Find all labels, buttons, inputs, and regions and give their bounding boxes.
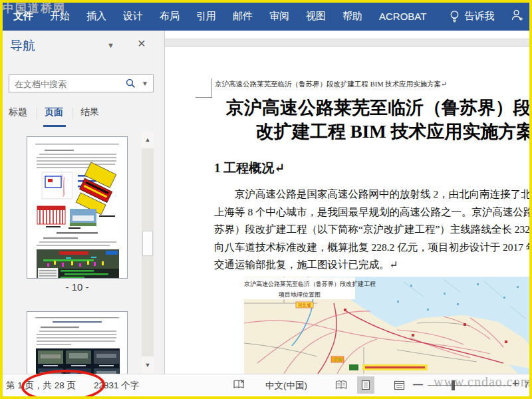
ribbon-tab-design[interactable]: 设计 [123, 10, 143, 23]
page-10-preview [27, 137, 127, 278]
read-mode-button[interactable] [332, 376, 350, 394]
margin-corner-mark [196, 78, 212, 98]
page-thumbnail-11[interactable] [27, 311, 128, 374]
zoom-out-button[interactable]: — [413, 378, 423, 390]
body-line: 向八车道技术标准改建，概算批复 228.2 亿元，项目初步设计于 2017 年 … [214, 239, 529, 257]
map-tag-city-text: 济南 [333, 357, 342, 362]
nav-tab-results[interactable]: 结果 [80, 106, 99, 118]
body-paragraph: 京沪高速公路是国家高速公路网中的放射线 2，由北向南连接了北京、天津、 上海等 … [214, 186, 529, 274]
web-layout-icon [394, 380, 405, 390]
tab-separator [37, 108, 37, 119]
map-caption-line2: 项目地理位置图 [244, 291, 355, 299]
page-thumbnail-10[interactable] [27, 136, 128, 279]
section-heading: 1 工程概况↵ [214, 160, 285, 177]
page-number-indicator[interactable]: 第 1 页，共 28 页 [6, 380, 76, 392]
map-tag-province-text: 河北省 [298, 303, 311, 308]
proofing-error-icon[interactable] [233, 379, 245, 392]
ribbon-tab-help[interactable]: 帮助 [342, 10, 362, 23]
search-icon[interactable] [126, 78, 136, 91]
ribbon-tab-acrobat[interactable]: ACROBAT [379, 11, 426, 22]
ribbon-tab-mailings[interactable]: 邮件 [233, 10, 253, 23]
tab-separator [72, 108, 73, 119]
ribbon-tab-references[interactable]: 引用 [196, 10, 216, 23]
thumbnail-page-number: - 10 - [27, 281, 128, 293]
document-title-line1: 京沪高速公路莱芜至临沂（鲁苏界）段 [226, 96, 529, 120]
word-count-indicator[interactable]: 22831 个字 [94, 380, 139, 392]
web-layout-button[interactable] [390, 376, 408, 394]
print-layout-button[interactable] [357, 376, 374, 394]
nav-tab-headings[interactable]: 标题 [9, 106, 27, 118]
ribbon-tab-view[interactable]: 视图 [306, 10, 326, 23]
navigation-pane: 导航 ▼ × ▼ 标题 页面 结果 [2, 31, 165, 374]
navigation-scrollbar[interactable]: ▲ ▼ [142, 131, 154, 374]
body-line: 交通运输部批复，施工图设计已完成。↵ [214, 256, 529, 274]
nav-tab-pages[interactable]: 页面 [45, 106, 63, 118]
print-layout-icon [360, 380, 371, 390]
navigation-pane-title: 导航 [10, 37, 35, 55]
scrollbar-thumb[interactable] [142, 231, 153, 256]
scroll-up-arrow[interactable]: ▲ [142, 131, 154, 148]
body-line: 上海等 8 个中心城市，是我国最早规划的高速公路之一。京沪高速公路莱芜至临 [214, 203, 529, 221]
read-mode-icon [335, 380, 347, 390]
language-indicator[interactable]: 中文(中国) [265, 380, 307, 392]
map-caption-box: 京沪高速公路莱芜至临沂（鲁苏界）段改扩建工程 项目地理位置图 [244, 277, 355, 299]
watermark-bottom-right: www.cndao.com [434, 374, 531, 390]
active-tab-underline [43, 125, 66, 127]
tell-me-label: 告诉我 [464, 10, 494, 23]
ribbon-tab-insert[interactable]: 插入 [86, 10, 106, 23]
map-caption-line1: 京沪高速公路莱芜至临沂（鲁苏界）段改扩建工程 [244, 280, 355, 289]
lightbulb-icon [450, 10, 460, 23]
ribbon-tab-review[interactable]: 审阅 [269, 10, 289, 23]
body-line: 苏界）段改扩建工程（以下简称“京沪改扩建工程”）主线路线全长 232.39 公里 [214, 221, 529, 239]
document-title-line2: 改扩建工程 BIM 技术应用实施方案 [256, 120, 529, 144]
search-input[interactable] [13, 76, 122, 92]
page-11-preview [27, 312, 127, 374]
navigation-pane-close-button[interactable]: × [138, 36, 146, 51]
ribbon-tab-layout[interactable]: 布局 [160, 10, 180, 23]
body-line: 京沪高速公路是国家高速公路网中的放射线 2，由北向南连接了北京、天津、 [214, 186, 529, 203]
watermark-top-left: 中国道桥网 [3, 1, 66, 16]
ribbon-tab-bar: 文件 开始 插入 设计 布局 引用 邮件 审阅 视图 帮助 ACROBAT 告诉… [2, 2, 530, 31]
scroll-down-arrow[interactable]: ▼ [142, 356, 154, 374]
document-search-box: ▼ [9, 74, 154, 92]
search-options-arrow[interactable]: ▼ [142, 80, 148, 87]
page-header-text: 京沪高速公路莱芜至临沂（鲁苏界）段改扩建工程 BIM 技术应用实施方案↵ [215, 80, 447, 89]
document-canvas[interactable]: 京沪高速公路莱芜至临沂（鲁苏界）段改扩建工程 BIM 技术应用实施方案↵ 京沪高… [165, 31, 529, 374]
word-window: 文件 开始 插入 设计 布局 引用 邮件 审阅 视图 帮助 ACROBAT 告诉… [0, 0, 532, 399]
navigation-tabs: 标题 页面 结果 [2, 102, 164, 129]
navigation-pane-menu-arrow[interactable]: ▼ [107, 41, 114, 49]
person-add-icon [511, 9, 524, 22]
sign-in-button[interactable] [511, 9, 524, 24]
document-top-strip [165, 39, 529, 47]
tell-me-box[interactable]: 告诉我 [450, 10, 494, 23]
